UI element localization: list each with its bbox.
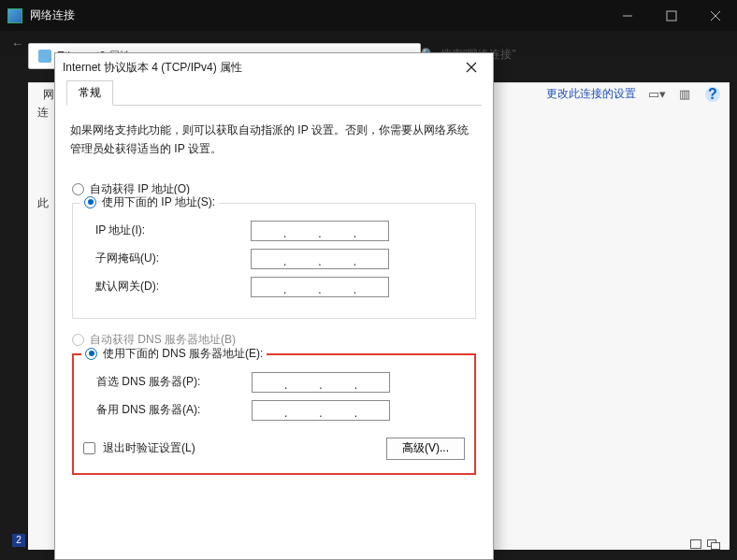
details-icon[interactable]: ▥ bbox=[677, 87, 692, 102]
label-gateway: 默认网关(D): bbox=[82, 279, 251, 294]
radio-use-ip-label: 使用下面的 IP 地址(S): bbox=[102, 194, 215, 210]
network-connections-window: 网络连接 ← Ethernet0 属性 ✕ 🔍搜索"网络连接" 网 更改此连接的… bbox=[0, 0, 737, 560]
radio-use-dns-label: 使用下面的 DNS 服务器地址(E): bbox=[103, 346, 263, 362]
adapter-icon bbox=[38, 50, 51, 63]
label-dns2: 备用 DNS 服务器(A): bbox=[83, 402, 252, 418]
maximize-button[interactable] bbox=[649, 0, 693, 31]
svg-rect-1 bbox=[667, 11, 676, 21]
ip-address-input[interactable]: ... bbox=[251, 221, 389, 241]
view-icon[interactable]: ▭▾ bbox=[649, 87, 664, 102]
dialog-title: Internet 协议版本 4 (TCP/IPv4) 属性 bbox=[63, 60, 457, 76]
radio-icon bbox=[85, 348, 97, 360]
dns-group: 使用下面的 DNS 服务器地址(E): 首选 DNS 服务器(P): ... 备… bbox=[72, 353, 476, 475]
subnet-mask-input[interactable]: ... bbox=[251, 249, 389, 269]
radio-use-dns[interactable]: 使用下面的 DNS 服务器地址(E): bbox=[81, 346, 267, 362]
radio-use-ip[interactable]: 使用下面的 IP 地址(S): bbox=[80, 194, 219, 210]
advanced-button[interactable]: 高级(V)... bbox=[386, 438, 465, 460]
description-text: 如果网络支持此功能，则可以获取自动指派的 IP 设置。否则，你需要从网络系统管理… bbox=[70, 121, 478, 159]
tab-general[interactable]: 常规 bbox=[66, 80, 113, 106]
outer-titlebar: 网络连接 bbox=[0, 0, 737, 31]
left-column: 连 此 bbox=[37, 105, 49, 286]
validate-label: 退出时验证设置(L) bbox=[103, 440, 386, 456]
change-settings-link[interactable]: 更改此连接的设置 bbox=[546, 86, 636, 102]
help-icon[interactable]: ? bbox=[705, 87, 720, 102]
radio-icon bbox=[72, 334, 84, 346]
bg-tab-label: 网 bbox=[43, 87, 54, 103]
minimize-button[interactable] bbox=[605, 0, 649, 31]
view-mode-icons[interactable] bbox=[690, 539, 722, 551]
validate-checkbox[interactable] bbox=[83, 442, 95, 454]
alternate-dns-input[interactable]: ... bbox=[252, 400, 390, 421]
outer-close-button[interactable] bbox=[693, 0, 737, 31]
label-dns1: 首选 DNS 服务器(P): bbox=[83, 374, 252, 390]
default-gateway-input[interactable]: ... bbox=[251, 277, 389, 297]
dialog-close-button[interactable] bbox=[457, 56, 485, 79]
label-ip: IP 地址(I): bbox=[82, 223, 251, 238]
ip-group: 使用下面的 IP 地址(S): IP 地址(I): ... 子网掩码(U): .… bbox=[72, 203, 476, 319]
network-icon bbox=[7, 8, 22, 23]
radio-icon bbox=[84, 196, 96, 208]
preferred-dns-input[interactable]: ... bbox=[252, 372, 390, 393]
tabstrip: 常规 bbox=[66, 83, 482, 106]
taskbar-badge: 2 bbox=[12, 534, 25, 547]
label-mask: 子网掩码(U): bbox=[82, 251, 251, 266]
dialog-titlebar: Internet 协议版本 4 (TCP/IPv4) 属性 bbox=[55, 53, 493, 81]
back-arrow-icon[interactable]: ← bbox=[11, 36, 23, 50]
outer-title: 网络连接 bbox=[30, 7, 75, 23]
ipv4-properties-dialog: Internet 协议版本 4 (TCP/IPv4) 属性 常规 如果网络支持此… bbox=[54, 52, 494, 560]
